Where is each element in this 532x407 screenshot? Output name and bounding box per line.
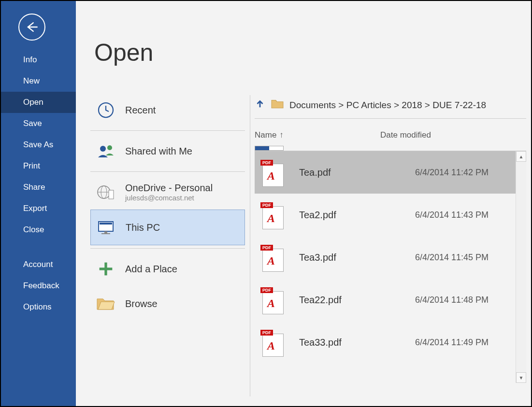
sidebar-item-new[interactable]: New [1,70,76,92]
sidebar-item-save-as[interactable]: Save As [1,134,76,155]
svg-point-6 [107,145,112,150]
file-row[interactable]: PDFATea3.pdf6/4/2014 11:45 PM [255,236,526,279]
location-label: Shared with Me [125,146,192,157]
location-label: This PC [126,222,160,233]
sidebar-item-account[interactable]: Account [1,254,76,275]
svg-rect-12 [100,223,112,225]
location-shared-with-me[interactable]: Shared with Me [90,134,245,168]
column-date[interactable]: Date modified [380,130,526,140]
location-this-pc[interactable]: This PC [90,210,245,245]
sidebar-item-feedback[interactable]: Feedback [1,275,76,296]
location-label: Add a Place [125,264,177,275]
column-name[interactable]: Name ↑ [255,130,380,140]
scrollbar[interactable]: ▲ ▼ [516,151,526,383]
sidebar-item-save[interactable]: Save [1,113,76,134]
file-date: 6/4/2014 11:45 PM [415,253,489,263]
divider [255,118,526,119]
file-row[interactable]: PDFATea22.pdf6/4/2014 11:48 PM [255,279,526,321]
back-button[interactable] [18,14,45,41]
location-label: Browse [125,298,158,309]
sidebar-item-print[interactable]: Print [1,155,76,177]
file-date: 6/4/2014 11:43 PM [415,210,489,220]
pdf-file-icon: PDFA [259,200,287,229]
file-name: Tea2.pdf [299,210,415,221]
scroll-up-button[interactable]: ▲ [516,151,526,162]
globe-icon [95,182,116,203]
scroll-down-button[interactable]: ▼ [516,372,526,383]
column-date-label: Date modified [380,130,431,140]
breadcrumb-path[interactable]: Documents > PC Articles > 2018 > DUE 7-2… [289,100,486,111]
page-title: Open [76,1,531,76]
pdf-file-icon: PDFA [259,328,287,357]
folder-icon [95,293,116,314]
sidebar-item-info[interactable]: Info [1,49,76,70]
location-label: OneDrive - Personal [125,182,213,194]
file-date: 6/4/2014 11:42 PM [415,168,489,178]
file-area: Documents > PC Articles > 2018 > DUE 7-2… [255,93,526,401]
location-onedrive-personal[interactable]: OneDrive - Personaljulesds@comcast.net [90,175,245,210]
divider [90,248,245,249]
file-name: Tea3.pdf [299,252,415,263]
svg-rect-16 [100,267,113,270]
location-label: Recent [125,105,156,116]
file-name: Tea.pdf [299,167,415,178]
file-date: 6/4/2014 11:48 PM [415,295,489,305]
file-name: Tea22.pdf [299,295,415,306]
file-row[interactable]: PDFATea33.pdf6/4/2014 11:49 PM [255,321,526,364]
divider [90,130,245,131]
file-row[interactable]: PDFATea.pdf6/4/2014 11:42 PM [255,151,526,194]
folder-icon [271,98,284,112]
column-headers: Name ↑ Date modified [255,127,526,144]
file-date: 6/4/2014 11:49 PM [415,337,489,348]
main-area: Open RecentShared with MeOneDrive - Pers… [76,1,531,406]
sidebar-item-open[interactable]: Open [1,92,76,113]
location-browse[interactable]: Browse [90,286,245,321]
plus-icon [95,258,116,280]
sidebar-item-close[interactable]: Close [1,219,76,240]
pdf-file-icon: PDFA [259,285,287,314]
monitor-icon [96,217,117,238]
svg-rect-10 [109,190,114,199]
pdf-file-icon: PDFA [259,158,287,187]
location-recent[interactable]: Recent [90,93,245,127]
clock-icon [95,99,116,121]
people-icon [95,140,116,162]
svg-rect-13 [104,231,107,233]
pdf-file-icon: PDFA [259,243,287,272]
file-name: Tea33.pdf [299,337,415,348]
location-sublabel: julesds@comcast.net [125,194,213,202]
vertical-divider [250,95,250,396]
backstage-sidebar: InfoNewOpenSaveSave AsPrintShareExportCl… [1,1,76,406]
location-add-a-place[interactable]: Add a Place [90,252,245,286]
sidebar-item-export[interactable]: Export [1,198,76,219]
sidebar-item-share[interactable]: Share [1,177,76,198]
breadcrumb[interactable]: Documents > PC Articles > 2018 > DUE 7-2… [255,93,526,118]
column-name-label: Name [255,130,276,140]
svg-rect-14 [101,233,110,234]
up-arrow-icon[interactable] [255,98,265,112]
location-list: RecentShared with MeOneDrive - Personalj… [90,93,245,321]
file-row[interactable]: PDFATea2.pdf6/4/2014 11:43 PM [255,194,526,236]
divider [90,171,245,172]
sidebar-item-options[interactable]: Options [1,296,76,318]
svg-point-5 [100,146,106,152]
sort-asc-icon: ↑ [279,130,284,140]
progress-indicator [255,146,284,151]
file-list: PDFATea.pdf6/4/2014 11:42 PMPDFATea2.pdf… [255,151,526,383]
